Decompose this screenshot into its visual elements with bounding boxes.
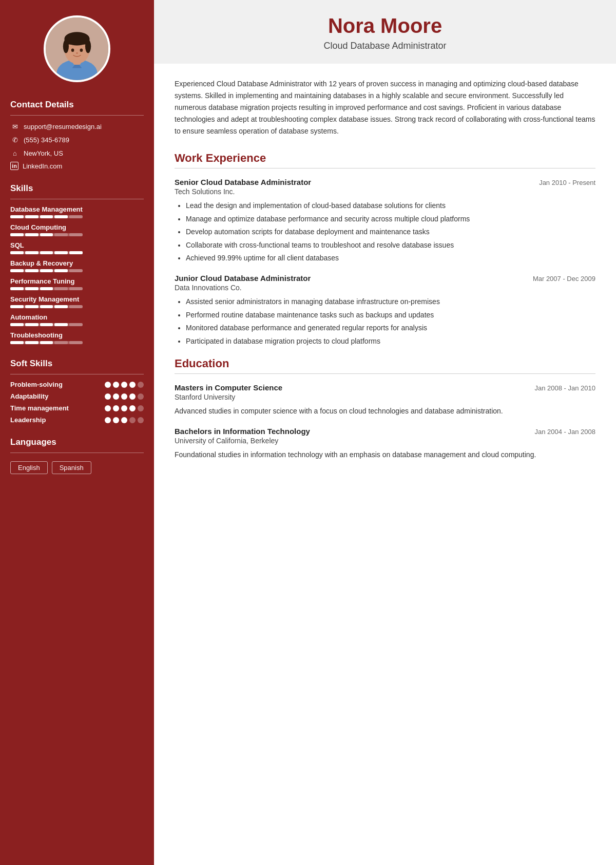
skill-label: SQL	[10, 241, 83, 249]
skill-item: Troubleshooting	[10, 331, 83, 344]
skill-segment-filled	[10, 269, 24, 272]
job-bullets: Lead the design and implementation of cl…	[175, 200, 595, 264]
svg-point-11	[76, 52, 78, 54]
soft-skill-item: Problem-solving	[10, 381, 144, 388]
soft-skills-list: Problem-solvingAdaptabilityTime manageme…	[10, 381, 144, 428]
dot-filled	[121, 393, 127, 400]
skill-segment-empty	[69, 305, 83, 308]
dot-filled	[105, 382, 111, 388]
candidate-name: Nora Moore	[175, 14, 595, 37]
dot-filled	[129, 405, 136, 411]
svg-point-9	[71, 49, 74, 52]
job-entry: Senior Cloud Database AdministratorJan 2…	[175, 178, 595, 264]
dot-filled	[129, 382, 136, 388]
soft-skill-label: Problem-solving	[10, 381, 67, 388]
skill-bar	[10, 323, 83, 326]
skill-segment-filled	[54, 215, 68, 218]
skill-segment-empty	[69, 287, 83, 290]
dot-filled	[113, 393, 119, 400]
skill-item: Automation	[10, 313, 83, 326]
soft-skills-title: Soft Skills	[10, 359, 52, 369]
job-header: Junior Cloud Database AdministratorMar 2…	[175, 274, 595, 283]
job-bullet: Assisted senior administrators in managi…	[186, 296, 595, 307]
job-bullet: Develop automation scripts for database …	[186, 226, 595, 237]
job-bullets: Assisted senior administrators in managi…	[175, 296, 595, 347]
skill-item: Cloud Computing	[10, 223, 83, 236]
skill-segment-filled	[25, 305, 38, 308]
skill-segment-filled	[54, 251, 68, 254]
sidebar: Contact Details ✉ support@resumedesign.a…	[0, 0, 154, 865]
skill-segment-empty	[69, 269, 83, 272]
skill-segment-filled	[54, 305, 68, 308]
skill-bar	[10, 341, 83, 344]
soft-skills-divider	[10, 374, 144, 374]
edu-description: Foundational studies in information tech…	[175, 449, 595, 460]
skill-bar	[10, 305, 83, 308]
job-company: Tech Solutions Inc.	[175, 187, 595, 196]
soft-skill-dots	[105, 393, 144, 400]
skill-segment-filled	[25, 287, 38, 290]
job-title: Senior Cloud Database Administrator	[175, 178, 311, 186]
skills-divider	[10, 199, 144, 199]
job-bullet: Participated in database migration proje…	[186, 335, 595, 347]
skill-label: Database Management	[10, 205, 83, 213]
skill-segment-filled	[69, 251, 83, 254]
skill-segment-empty	[69, 341, 83, 344]
skill-label: Security Management	[10, 295, 83, 303]
linkedin-icon: in	[10, 162, 18, 170]
dot-filled	[121, 405, 127, 411]
phone-icon: ✆	[10, 135, 20, 144]
edu-degree: Bachelors in Information Technology	[175, 427, 310, 436]
contact-phone: ✆ (555) 345-6789	[10, 135, 69, 144]
skill-bar	[10, 251, 83, 254]
skill-segment-filled	[54, 269, 68, 272]
summary: Experienced Cloud Database Administrator…	[175, 78, 595, 137]
language-tag: Spanish	[52, 461, 91, 474]
dot-filled	[113, 417, 119, 423]
skill-segment-filled	[10, 323, 24, 326]
skill-segment-empty	[69, 323, 83, 326]
edu-entry: Masters in Computer ScienceJan 2008 - Ja…	[175, 383, 595, 417]
dot-filled	[129, 393, 136, 400]
skills-title: Skills	[10, 183, 33, 194]
dot-filled	[105, 393, 111, 400]
email-icon: ✉	[10, 122, 20, 131]
skill-segment-filled	[25, 341, 38, 344]
skill-segment-filled	[10, 251, 24, 254]
soft-skill-dots	[105, 417, 144, 423]
candidate-title: Cloud Database Administrator	[175, 41, 595, 51]
dot-empty	[138, 382, 144, 388]
dot-filled	[105, 417, 111, 423]
jobs-list: Senior Cloud Database AdministratorJan 2…	[175, 178, 595, 347]
skill-label: Automation	[10, 313, 83, 321]
soft-skill-label: Time management	[10, 404, 69, 412]
job-entry: Junior Cloud Database AdministratorMar 2…	[175, 274, 595, 347]
dot-filled	[121, 417, 127, 423]
dot-empty	[129, 417, 136, 423]
soft-skill-item: Time management	[10, 404, 144, 412]
dot-filled	[121, 382, 127, 388]
edu-header: Bachelors in Information TechnologyJan 2…	[175, 427, 595, 436]
contact-email: ✉ support@resumedesign.ai	[10, 122, 102, 131]
job-bullet: Lead the design and implementation of cl…	[186, 200, 595, 211]
skill-segment-filled	[40, 287, 53, 290]
skill-segment-filled	[40, 215, 53, 218]
dot-empty	[138, 405, 144, 411]
skill-segment-empty	[69, 233, 83, 236]
edu-institution: Stanford University	[175, 393, 595, 401]
job-bullet: Monitored database performance and gener…	[186, 322, 595, 333]
dot-filled	[105, 405, 111, 411]
job-title: Junior Cloud Database Administrator	[175, 274, 311, 283]
edu-institution: University of California, Berkeley	[175, 437, 595, 445]
skill-segment-filled	[40, 251, 53, 254]
edu-header: Masters in Computer ScienceJan 2008 - Ja…	[175, 383, 595, 392]
skill-segment-filled	[25, 269, 38, 272]
contact-location: ⌂ NewYork, US	[10, 148, 63, 158]
skill-bar	[10, 233, 83, 236]
skill-segment-filled	[10, 215, 24, 218]
avatar-container	[10, 15, 144, 82]
skill-segment-filled	[25, 323, 38, 326]
education-section-title: Education	[175, 357, 595, 370]
education-list: Masters in Computer ScienceJan 2008 - Ja…	[175, 383, 595, 461]
svg-point-10	[80, 49, 83, 52]
